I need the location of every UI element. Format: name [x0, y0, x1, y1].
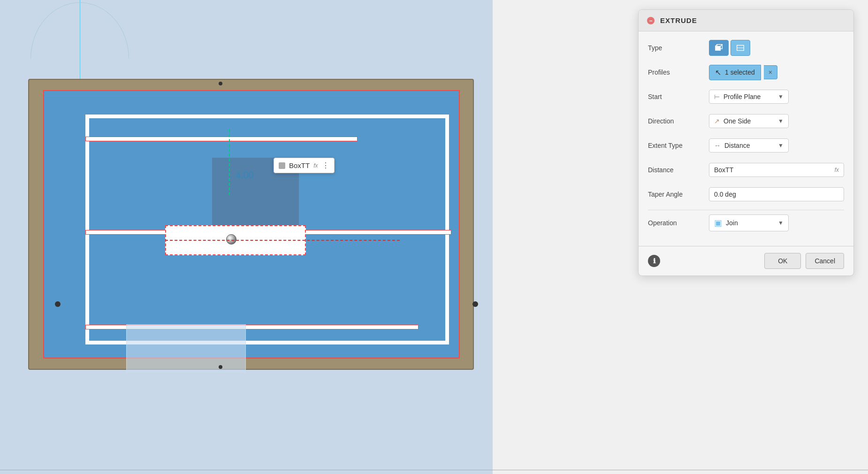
operation-label: Operation	[648, 219, 709, 227]
divider	[648, 210, 844, 210]
dialog-header: – EXTRUDE	[639, 10, 853, 31]
extent-type-label: Extent Type	[648, 142, 709, 149]
profiles-select-button[interactable]: ↖ 1 selected	[709, 65, 761, 80]
viewport: 4.00 BoxTT fx ⋮	[0, 0, 493, 474]
dialog-body: Type	[639, 31, 853, 246]
distance-value: BoxTT	[714, 166, 733, 174]
cursor-icon: ↖	[715, 68, 721, 77]
distance-label: Distance	[648, 166, 709, 174]
start-chevron-icon: ▼	[778, 93, 784, 100]
operation-chevron-icon: ▼	[778, 220, 784, 226]
distance-row: Distance BoxTT fx	[648, 161, 844, 179]
direction-label: Direction	[648, 117, 709, 125]
extent-type-row: Extent Type ↔ Distance ▼	[648, 137, 844, 154]
type-control	[709, 40, 844, 56]
left-handle-dot[interactable]	[55, 301, 61, 307]
right-panel: – EXTRUDE Type	[493, 0, 868, 474]
start-row: Start ⊢ Profile Plane ▼	[648, 88, 844, 106]
distance-input[interactable]: BoxTT fx	[709, 163, 844, 177]
red-dashed-line	[165, 240, 400, 241]
operation-icon: ▣	[714, 218, 722, 228]
type-label: Type	[648, 44, 709, 52]
info-icon: ℹ	[653, 257, 655, 265]
direction-icon: ↗	[714, 117, 720, 125]
extent-type-value: Distance	[724, 142, 750, 149]
distance-fx-label: fx	[835, 167, 839, 173]
type-btn-solid[interactable]	[709, 40, 729, 56]
start-value: Profile Plane	[723, 93, 761, 100]
right-handle-dot[interactable]	[472, 301, 478, 307]
type-button-group	[709, 40, 750, 56]
taper-angle-row: Taper Angle 0.0 deg	[648, 185, 844, 203]
boxtt-popup[interactable]: BoxTT fx ⋮	[274, 158, 335, 173]
footer-buttons: OK Cancel	[764, 253, 844, 269]
bottom-light-area	[126, 324, 246, 373]
operation-row: Operation ▣ Join ▼	[648, 214, 844, 232]
direction-chevron-icon: ▼	[778, 118, 784, 124]
sphere-handle[interactable]	[226, 234, 236, 245]
extrude-dialog: – EXTRUDE Type	[638, 9, 854, 276]
start-dropdown[interactable]: ⊢ Profile Plane ▼	[709, 90, 789, 104]
dimension-label: 4.00	[236, 170, 254, 181]
operation-value: Join	[726, 219, 738, 227]
profiles-selected-text: 1 selected	[725, 69, 755, 76]
extent-type-icon: ↔	[714, 142, 721, 149]
blue-face: 4.00	[43, 90, 460, 359]
panel-bottom-line	[493, 470, 868, 470]
dialog-minimize-button[interactable]: –	[647, 17, 655, 24]
operation-dropdown[interactable]: ▣ Join ▼	[709, 214, 789, 231]
profiles-label: Profiles	[648, 69, 709, 76]
boxtt-name-label: BoxTT	[289, 161, 310, 169]
main-3d-box: 4.00	[28, 79, 474, 370]
extent-type-control: ↔ Distance ▼	[709, 138, 844, 153]
bottom-center-dot	[219, 365, 222, 369]
profiles-row: Profiles ↖ 1 selected ×	[648, 63, 844, 81]
dialog-footer: ℹ OK Cancel	[639, 246, 853, 275]
boxtt-fx-label: fx	[313, 162, 318, 169]
horizontal-guide-line	[0, 470, 493, 470]
boxtt-more-btn[interactable]: ⋮	[322, 161, 329, 170]
ok-button[interactable]: OK	[764, 253, 801, 269]
green-guide-line	[229, 130, 230, 195]
taper-angle-control: 0.0 deg	[709, 187, 844, 201]
direction-row: Direction ↗ One Side ▼	[648, 112, 844, 130]
direction-control: ↗ One Side ▼	[709, 114, 844, 128]
extent-type-chevron-icon: ▼	[778, 142, 784, 149]
arc-guide	[30, 2, 129, 59]
start-control: ⊢ Profile Plane ▼	[709, 90, 844, 104]
start-icon: ⊢	[714, 93, 720, 100]
taper-angle-value: 0.0 deg	[714, 191, 736, 198]
direction-value: One Side	[723, 117, 751, 125]
white-bar-top	[85, 137, 358, 141]
top-center-dot	[219, 82, 222, 85]
cancel-button[interactable]: Cancel	[806, 253, 844, 269]
dialog-title: EXTRUDE	[660, 16, 697, 24]
start-label: Start	[648, 93, 709, 100]
info-button[interactable]: ℹ	[648, 255, 660, 267]
distance-control: BoxTT fx	[709, 163, 844, 177]
taper-angle-label: Taper Angle	[648, 191, 709, 198]
operation-control: ▣ Join ▼	[709, 214, 844, 231]
profiles-clear-button[interactable]: ×	[764, 65, 777, 79]
boxtt-icon	[279, 162, 285, 169]
profiles-control: ↖ 1 selected ×	[709, 65, 844, 80]
extent-type-dropdown[interactable]: ↔ Distance ▼	[709, 138, 789, 153]
direction-dropdown[interactable]: ↗ One Side ▼	[709, 114, 789, 128]
taper-angle-input[interactable]: 0.0 deg	[709, 187, 844, 201]
svg-rect-0	[716, 46, 721, 50]
type-row: Type	[648, 39, 844, 57]
type-btn-thin[interactable]	[731, 40, 750, 56]
